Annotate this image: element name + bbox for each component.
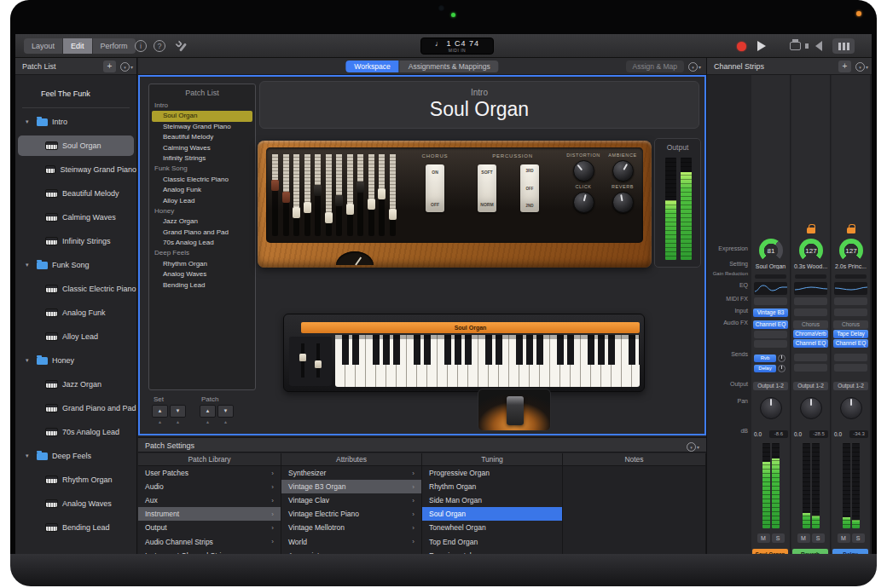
eq-thumbnail[interactable]: [794, 282, 827, 295]
set-row-intro[interactable]: ▾Intro: [15, 110, 136, 134]
drawbar-5[interactable]: [314, 154, 322, 236]
library-item-audio-channel-strips[interactable]: Audio Channel Strips›: [138, 534, 281, 548]
pan-knob[interactable]: [760, 397, 782, 419]
setting-name[interactable]: 2.0s Princ...: [832, 263, 870, 269]
overlay-patch[interactable]: Grand Piano and Pad: [149, 228, 255, 238]
audio-fx-slot[interactable]: [754, 331, 787, 338]
overlay-patch[interactable]: Calming Waves: [149, 143, 255, 153]
fader-value[interactable]: 0.0: [793, 431, 802, 437]
input-slot[interactable]: [834, 308, 867, 316]
patch-settings-action-menu[interactable]: ▾▾: [687, 441, 699, 453]
output-routing-button[interactable]: Output 1-2: [833, 382, 868, 390]
assign-map-button[interactable]: Assign & Map: [626, 61, 684, 72]
overlay-patch[interactable]: Alloy Lead: [149, 196, 255, 206]
mini-slider-2[interactable]: [315, 360, 322, 368]
drawbar-12[interactable]: [389, 154, 397, 236]
mute-button[interactable]: M: [757, 533, 770, 543]
attribute-item-vintage-mellotron[interactable]: Vintage Mellotron›: [281, 521, 421, 534]
patch-down-button[interactable]: ▼: [217, 405, 234, 418]
audio-fx-plugin-button[interactable]: Channel EQ: [793, 339, 828, 348]
overlay-patch[interactable]: Rhythm Organ: [149, 259, 255, 269]
send-button[interactable]: Delay: [754, 365, 776, 372]
overlay-patch[interactable]: Steinway Grand Piano: [149, 122, 255, 132]
drawbar-7[interactable]: [335, 154, 343, 236]
patch-row-steinway-grand-piano[interactable]: Steinway Grand Piano: [15, 158, 136, 182]
eq-thumbnail[interactable]: [834, 282, 867, 295]
patch-row-bending-lead[interactable]: Bending Lead: [15, 516, 136, 539]
panels-toggle-button[interactable]: [832, 38, 855, 54]
tuning-item-progressive-organ[interactable]: Progressive Organ: [422, 466, 562, 480]
attribute-item-synthesizer[interactable]: Synthesizer›: [281, 466, 421, 480]
keyboard-keys[interactable]: [335, 335, 640, 387]
speaker-icon[interactable]: [815, 41, 822, 51]
drawbar-10[interactable]: [368, 154, 375, 236]
patch-row-analog-waves[interactable]: Analog Waves: [15, 492, 136, 516]
distortion-knob[interactable]: [573, 160, 594, 182]
drawbar-11[interactable]: [378, 154, 386, 236]
level-meter[interactable]: [803, 443, 820, 528]
tuning-item-rhythm-organ[interactable]: Rhythm Organ: [422, 480, 562, 493]
overlay-set-intro[interactable]: Intro: [149, 101, 255, 111]
add-channel-strip-button[interactable]: +: [838, 61, 851, 72]
audio-fx-slot[interactable]: [754, 340, 787, 348]
set-down-button[interactable]: ▼: [170, 405, 186, 418]
send-slot[interactable]: [834, 364, 867, 372]
patch-row-beautiful-melody[interactable]: Beautiful Melody: [15, 182, 136, 205]
drawbar-9[interactable]: [357, 154, 364, 236]
send-slot[interactable]: [794, 354, 827, 361]
audio-fx-plugin-button[interactable]: Chorus: [793, 320, 828, 329]
play-button[interactable]: [757, 41, 766, 51]
attribute-item-vintage-b3-organ[interactable]: Vintage B3 Organ›: [281, 480, 421, 493]
overlay-set-funk-song[interactable]: Funk Song: [149, 164, 255, 174]
send-level-knob[interactable]: [778, 355, 786, 362]
percussion-harmonic-switch[interactable]: 3RD OFF 2ND: [520, 164, 539, 212]
click-knob[interactable]: [573, 192, 594, 213]
patch-row-alloy-lead[interactable]: Alloy Lead: [15, 325, 136, 349]
patch-row-jazz-organ[interactable]: Jazz Organ: [15, 372, 136, 396]
drawbar-8[interactable]: [346, 154, 354, 236]
tab-assignments-mappings[interactable]: Assignments & Mappings: [400, 61, 499, 72]
audio-fx-plugin-button[interactable]: Chorus: [833, 320, 868, 329]
midi-fx-slot[interactable]: [834, 297, 867, 305]
overlay-patch[interactable]: Bending Lead: [149, 280, 255, 291]
channel-strips-action-menu[interactable]: ▾▾: [855, 61, 868, 72]
mute-button[interactable]: M: [797, 533, 810, 543]
library-item-instrument[interactable]: Instrument›: [138, 507, 281, 521]
send-button[interactable]: Rvb: [754, 355, 776, 362]
overlay-set-honey[interactable]: Honey: [149, 206, 255, 216]
disclosure-icon[interactable]: ▾: [26, 262, 32, 268]
pan-knob[interactable]: [840, 397, 862, 419]
expression-knob[interactable]: 81: [759, 239, 783, 262]
overlay-patch[interactable]: Jazz Organ: [149, 216, 255, 227]
overlay-patch[interactable]: Analog Funk: [149, 185, 255, 195]
help-icon[interactable]: ?: [154, 40, 165, 52]
workspace-action-menu[interactable]: ▾▾: [688, 61, 701, 72]
patch-list-action-menu[interactable]: ▾▾: [120, 61, 133, 72]
patch-row-analog-funk[interactable]: Analog Funk: [15, 301, 136, 325]
setting-name[interactable]: Soul Organ: [751, 263, 790, 269]
level-meter[interactable]: [762, 443, 780, 528]
drawbar-4[interactable]: [304, 154, 311, 236]
audio-fx-plugin-button[interactable]: Tape Delay: [833, 330, 868, 338]
concert-row[interactable]: Feel The Funk: [15, 82, 136, 106]
info-icon[interactable]: i: [135, 40, 147, 52]
drawbar-6[interactable]: [325, 154, 333, 236]
tuning-item-soul-organ[interactable]: Soul Organ: [422, 507, 562, 521]
patch-up-button[interactable]: ▲: [200, 405, 216, 418]
pan-knob[interactable]: [800, 397, 822, 419]
output-routing-button[interactable]: Output 1-2: [753, 382, 788, 390]
patch-row-calming-waves[interactable]: Calming Waves: [15, 205, 136, 229]
midi-fx-slot[interactable]: [794, 297, 827, 305]
mini-slider-1[interactable]: [299, 354, 306, 361]
patch-row-infinity-strings[interactable]: Infinity Strings: [15, 229, 136, 253]
overlay-patch[interactable]: Infinity Strings: [149, 153, 255, 164]
solo-button[interactable]: S: [812, 533, 825, 543]
attribute-item-world[interactable]: World›: [281, 534, 421, 548]
percussion-soft-switch[interactable]: SOFT NORM: [478, 164, 496, 212]
library-item-user-patches[interactable]: User Patches›: [138, 466, 281, 480]
send-slot[interactable]: [834, 354, 867, 361]
setting-name[interactable]: 0.3s Wood...: [791, 263, 830, 269]
send-slot[interactable]: [794, 364, 827, 372]
library-item-output[interactable]: Output›: [138, 521, 281, 534]
input-slot[interactable]: [794, 308, 827, 316]
